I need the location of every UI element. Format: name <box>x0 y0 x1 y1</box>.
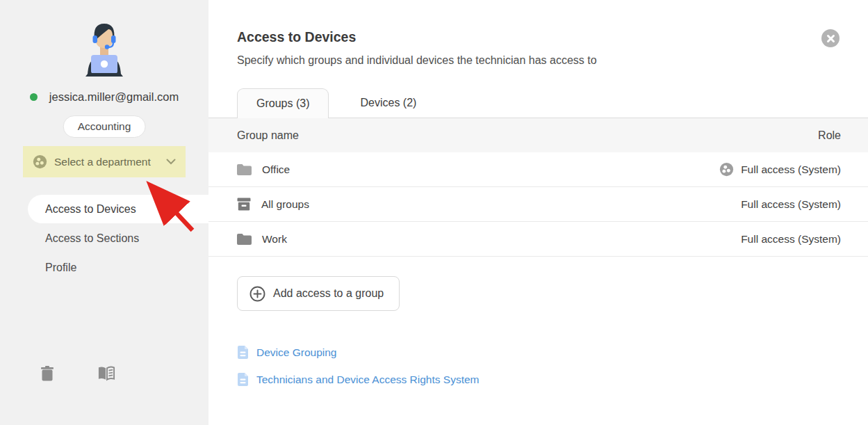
sidebar-item-access-to-sections[interactable]: Access to Sections <box>0 224 208 253</box>
access-to-devices-panel: Access to Devices Specify which groups a… <box>208 0 868 425</box>
table-row[interactable]: Office Full access (System) <box>208 152 868 187</box>
tabs: Groups (3) Devices (2) <box>237 86 868 118</box>
help-link-label: Technicians and Device Access Rights Sys… <box>256 374 479 386</box>
tab-devices[interactable]: Devices (2) <box>343 88 434 118</box>
document-icon <box>237 345 249 360</box>
avatar <box>81 22 127 79</box>
groups-table: Group name Role Office <box>208 118 868 257</box>
page-subtitle: Specify which groups and individual devi… <box>237 54 868 67</box>
group-name: Office <box>262 163 290 176</box>
sidebar-item-access-to-devices[interactable]: Access to Devices <box>28 195 208 223</box>
select-department-label: Select a department <box>54 156 159 168</box>
select-department-dropdown[interactable]: Select a department <box>23 146 186 177</box>
trash-icon[interactable] <box>38 364 56 383</box>
archive-icon <box>237 198 251 211</box>
group-name: All groups <box>261 198 309 211</box>
tab-groups[interactable]: Groups (3) <box>237 88 329 118</box>
document-icon <box>237 372 249 387</box>
chevron-down-icon <box>166 159 176 165</box>
sidebar-footer-actions <box>38 364 115 383</box>
user-email: jessica.miller@gmail.com <box>49 90 179 104</box>
help-links: Device Grouping Technicians and Device A… <box>237 345 868 387</box>
team-icon <box>33 154 47 169</box>
sidebar-nav: Access to Devices Access to Sections Pro… <box>0 195 208 282</box>
team-icon <box>719 162 734 177</box>
column-header-group-name: Group name <box>237 129 818 142</box>
page-title: Access to Devices <box>237 29 868 45</box>
online-status-dot <box>30 93 38 101</box>
book-icon[interactable] <box>97 364 115 383</box>
column-header-role: Role <box>818 129 841 142</box>
group-role: Full access (System) <box>741 233 841 246</box>
sidebar-item-profile[interactable]: Profile <box>0 253 208 282</box>
folder-icon <box>237 163 252 175</box>
technician-access-window: jessica.miller@gmail.com Accounting Sele… <box>0 0 868 425</box>
folder-icon <box>237 233 252 245</box>
table-row[interactable]: All groups Full access (System) <box>208 187 868 222</box>
user-email-row: jessica.miller@gmail.com <box>0 90 208 104</box>
help-link-device-grouping[interactable]: Device Grouping <box>237 345 868 360</box>
group-role: Full access (System) <box>741 198 841 211</box>
close-icon[interactable] <box>821 29 840 47</box>
plus-circle-icon <box>249 286 265 302</box>
help-link-technicians-access-rights[interactable]: Technicians and Device Access Rights Sys… <box>237 372 868 387</box>
group-name: Work <box>262 233 287 246</box>
help-link-label: Device Grouping <box>256 346 336 359</box>
sidebar: jessica.miller@gmail.com Accounting Sele… <box>0 0 208 425</box>
add-access-to-group-label: Add access to a group <box>273 287 384 300</box>
department-badge: Accounting <box>63 115 146 138</box>
table-header: Group name Role <box>208 118 868 152</box>
table-row[interactable]: Work Full access (System) <box>208 222 868 257</box>
add-access-to-group-button[interactable]: Add access to a group <box>237 276 400 311</box>
group-role: Full access (System) <box>741 163 841 176</box>
